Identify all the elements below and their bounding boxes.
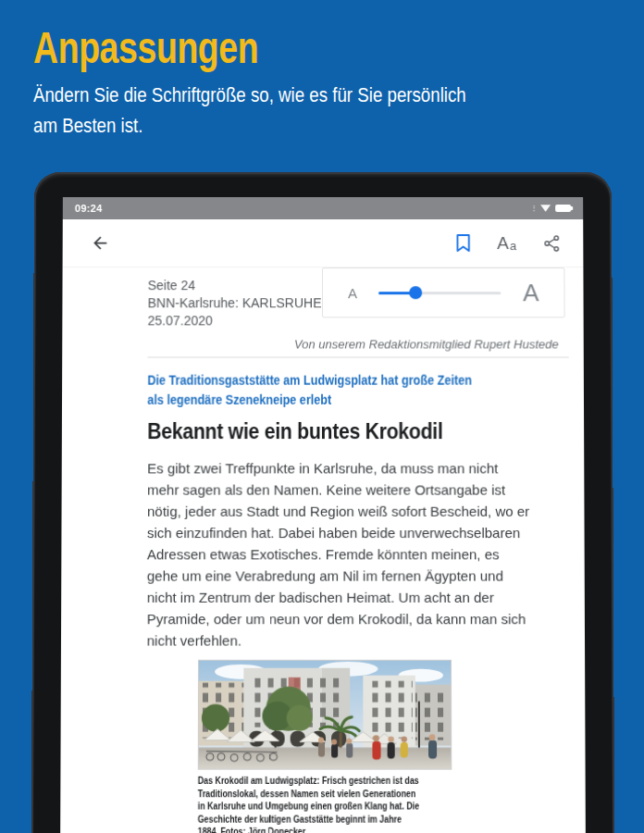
hero-title: Anpassungen	[33, 22, 258, 73]
network-triangle-icon	[540, 205, 551, 212]
hero-subtitle-line: am Besten ist.	[33, 110, 466, 141]
body-line: nicht verfehlen.	[147, 629, 570, 651]
ludwigsplatz-street-photo[interactable]	[198, 660, 452, 770]
status-time: 09:24	[75, 203, 103, 214]
battery-icon	[555, 205, 571, 212]
font-large-label: A	[523, 279, 539, 307]
font-size-button[interactable]: A a	[497, 234, 516, 252]
toolbar-actions: A a	[455, 233, 561, 253]
article-page: Seite 24 BNN-Karlsruhe: KARLSRUHE 25.07.…	[60, 267, 586, 833]
caption-line: Geschichte der kultigen Gaststätte begin…	[198, 813, 422, 826]
tablet-frame: 09:24 ⁝	[31, 172, 615, 833]
body-line: Adressen etwas Exotisches. Fremde könnte…	[147, 543, 570, 565]
body-line: nicht im Zentrum der badischen Heimat. U…	[147, 587, 570, 608]
body-line: Pyramide, oder um neun vor dem Krokodil,…	[147, 608, 570, 629]
article-kicker: Die Traditionsgaststätte am Ludwigsplatz…	[147, 371, 526, 410]
article-body: Es gibt zwei Treffpunkte in Karlsruhe, d…	[147, 457, 570, 651]
body-line: gehe um eine Verabredung am Nil im ferne…	[147, 565, 570, 586]
caption-line: Das Krokodil am Ludwigsplatz: Frisch ges…	[198, 775, 422, 788]
font-size-icon: A a	[497, 234, 516, 252]
photo-caption: Das Krokodil am Ludwigsplatz: Frisch ges…	[198, 775, 422, 833]
share-icon	[542, 234, 561, 253]
back-button[interactable]	[91, 233, 110, 253]
article-headline: Bekannt wie ein buntes Krokodil	[147, 418, 518, 444]
promo-screenshot: Anpassungen Ändern Sie die Schriftgröße …	[0, 0, 644, 833]
font-size-icon-small-letter: a	[510, 240, 516, 252]
font-size-panel: A A	[322, 267, 565, 317]
share-button[interactable]	[542, 234, 561, 253]
back-arrow-icon	[91, 233, 110, 253]
tablet-screen: 09:24 ⁝	[60, 197, 586, 833]
status-icons: ⁝	[533, 204, 572, 214]
hero-subtitle-line: Ändern Sie die Schriftgröße so, wie es f…	[33, 80, 466, 110]
status-bar: 09:24 ⁝	[63, 197, 583, 219]
bookmark-button[interactable]	[455, 233, 471, 253]
body-line: sich einzufinden hat. Dabei haben beide …	[147, 522, 570, 543]
notification-icon: ⁝	[533, 204, 537, 214]
article-content: Seite 24 BNN-Karlsruhe: KARLSRUHE 25.07.…	[146, 267, 571, 833]
caption-line: Traditionslokal, dessen Namen seit viele…	[198, 788, 422, 801]
body-line: mehr sagen als den Namen. Keine weitere …	[147, 479, 569, 500]
body-line: nötig, jeder aus Stadt und Region weiß s…	[147, 501, 569, 522]
kicker-line: Die Traditionsgaststätte am Ludwigsplatz…	[147, 371, 526, 391]
divider	[147, 357, 568, 358]
hero-subtitle: Ändern Sie die Schriftgröße so, wie es f…	[33, 80, 466, 141]
article-toolbar: A a	[63, 219, 584, 267]
slider-thumb[interactable]	[409, 286, 422, 299]
font-size-slider[interactable]	[378, 286, 501, 299]
caption-line: in Karlsruhe und Umgebung einen großen K…	[198, 800, 422, 813]
tablet-mockup: 09:24 ⁝	[31, 172, 615, 833]
font-small-label: A	[348, 285, 357, 301]
body-line: Es gibt zwei Treffpunkte in Karlsruhe, d…	[147, 457, 569, 479]
bookmark-icon	[455, 233, 471, 253]
article-figure: Das Krokodil am Ludwigsplatz: Frisch ges…	[198, 660, 452, 833]
caption-line: 1884. Fotos: Jörg Donecker	[198, 826, 422, 833]
font-size-icon-big-letter: A	[497, 234, 509, 252]
byline: Von unserem Redaktionsmitglied Rupert Hu…	[147, 337, 568, 351]
kicker-line: als legendäre Szenekneipe erlebt	[147, 391, 526, 410]
